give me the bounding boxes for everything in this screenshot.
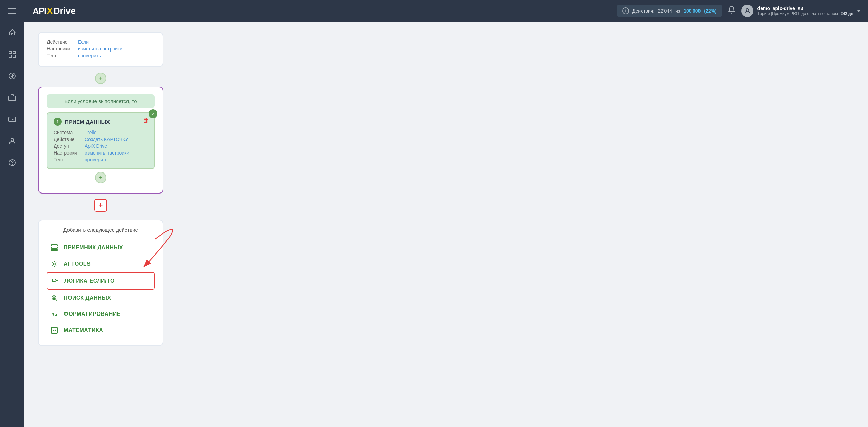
svg-point-17	[52, 296, 56, 300]
content-area: Действие Если Настройки изменить настрой…	[24, 22, 868, 427]
condition-label-action: Действие	[47, 39, 74, 45]
logic-if-icon	[50, 276, 60, 286]
condition-label-settings: Настройки	[47, 46, 74, 52]
condition-row-settings: Настройки изменить настройки	[47, 46, 155, 52]
user-plan-prefix: Тариф |Премиум PRO| до оплаты осталось	[757, 11, 840, 16]
data-row-action: Действие Создать КАРТОЧКУ	[54, 137, 148, 142]
menu-label-math: МАТЕМАТИКА	[64, 327, 103, 333]
add-action-panel: Добавить следующее действие ПРИЕМНИК ДАН…	[38, 220, 163, 346]
actions-label: Действия:	[632, 8, 654, 14]
menu-label-data-receiver: ПРИЕМНИК ДАННЫХ	[64, 245, 123, 251]
data-value-action[interactable]: Создать КАРТОЧКУ	[85, 137, 128, 142]
menu-item-math[interactable]: МАТЕМАТИКА	[47, 322, 155, 339]
inner-connector-button[interactable]: +	[95, 172, 106, 183]
sidebar-item-help[interactable]	[0, 152, 24, 174]
actions-badge[interactable]: i Действия: 22'044 из 100'000 (22%)	[617, 5, 722, 17]
svg-rect-5	[9, 96, 16, 101]
condition-row-action: Действие Если	[47, 39, 155, 45]
chevron-down-icon: ▾	[857, 8, 860, 14]
logo-drive-text: Drive	[54, 6, 76, 16]
svg-rect-13	[51, 247, 57, 248]
svg-point-18	[53, 297, 55, 299]
svg-rect-12	[51, 245, 57, 246]
user-info[interactable]: demo_apix-drive_s3 Тариф |Премиум PRO| д…	[741, 5, 860, 17]
menu-item-search-data[interactable]: ПОИСК ДАННЫХ	[47, 290, 155, 306]
topbar-actions: i Действия: 22'044 из 100'000 (22%)	[617, 5, 860, 17]
connector-add-button[interactable]: +	[95, 73, 106, 84]
data-row-test: Тест проверить	[54, 157, 148, 162]
svg-rect-1	[13, 51, 15, 54]
svg-point-15	[53, 263, 55, 265]
flow-panel: Действие Если Настройки изменить настрой…	[24, 22, 177, 427]
sidebar-item-diagram[interactable]	[0, 43, 24, 65]
menu-label-search-data: ПОИСК ДАННЫХ	[64, 295, 111, 301]
data-value-settings[interactable]: изменить настройки	[85, 150, 129, 156]
user-name: demo_apix-drive_s3	[757, 6, 853, 11]
data-value-test[interactable]: проверить	[85, 157, 108, 162]
data-row-system: Система Trello	[54, 130, 148, 135]
notification-bell-icon[interactable]	[728, 6, 736, 16]
actions-current: 22'044	[658, 8, 672, 14]
logo-x-text: X	[47, 6, 53, 16]
add-action-top-button[interactable]: +	[94, 199, 107, 212]
topbar: API X Drive i Действия: 22'044 из 100'00…	[24, 0, 868, 22]
menu-item-format[interactable]: Aa ФОРМАТИРОВАНИЕ	[47, 306, 155, 322]
math-icon	[50, 326, 59, 335]
data-card-number: 1	[54, 118, 62, 126]
condition-value-action[interactable]: Если	[78, 39, 89, 45]
menu-item-ai-tools[interactable]: AI TOOLS	[47, 256, 155, 272]
data-label-system: Система	[54, 130, 81, 135]
condition-card: Действие Если Настройки изменить настрой…	[38, 32, 163, 67]
svg-point-11	[746, 8, 748, 11]
add-action-wrapper: + Добавить следующее действие	[38, 199, 163, 346]
condition-label-test: Тест	[47, 53, 74, 58]
actions-percent: (22%)	[704, 8, 716, 14]
sidebar-item-youtube[interactable]	[0, 108, 24, 130]
logo-api-text: API	[33, 6, 46, 16]
data-label-test: Тест	[54, 157, 81, 162]
condition-banner: Если условие выполняется, то	[47, 94, 155, 108]
sidebar-item-user[interactable]	[0, 130, 24, 152]
data-receive-card: ✓ 🗑 1 ПРИЕМ ДАННЫХ Система Trello Действ…	[47, 112, 155, 169]
condition-value-settings[interactable]: изменить настройки	[78, 46, 122, 52]
main-area: API X Drive i Действия: 22'044 из 100'00…	[24, 0, 868, 427]
menu-item-logic-if[interactable]: ЛОГИКА ЕСЛИ/ТО	[47, 272, 155, 290]
data-row-settings: Настройки изменить настройки	[54, 150, 148, 156]
data-value-system[interactable]: Trello	[85, 130, 97, 135]
data-label-settings: Настройки	[54, 150, 81, 156]
data-value-access[interactable]: ApiX Drive	[85, 143, 107, 149]
actions-separator: из	[675, 8, 680, 14]
search-data-icon	[50, 293, 59, 303]
delete-icon[interactable]: 🗑	[143, 117, 149, 124]
menu-label-ai-tools: AI TOOLS	[64, 261, 91, 267]
svg-rect-20	[51, 327, 57, 333]
sidebar-hamburger[interactable]	[0, 0, 24, 22]
data-label-access: Доступ	[54, 143, 81, 149]
data-card-title: ПРИЕМ ДАННЫХ	[65, 119, 110, 125]
logo: API X Drive	[33, 6, 76, 16]
add-action-title: Добавить следующее действие	[47, 227, 155, 233]
sidebar-item-dollar[interactable]	[0, 65, 24, 87]
data-receiver-icon	[50, 243, 59, 252]
hamburger-icon	[8, 8, 16, 14]
avatar	[741, 5, 753, 17]
info-icon: i	[622, 7, 629, 14]
checkmark-icon: ✓	[149, 109, 157, 118]
sidebar-item-briefcase[interactable]	[0, 87, 24, 108]
svg-rect-0	[9, 51, 12, 54]
data-card-header: 1 ПРИЕМ ДАННЫХ	[54, 118, 148, 126]
sidebar-item-home[interactable]	[0, 22, 24, 43]
data-row-access: Доступ ApiX Drive	[54, 143, 148, 149]
user-plan-days: 242 дн	[841, 11, 853, 16]
svg-rect-2	[9, 55, 12, 57]
if-block-container: Если условие выполняется, то ✓ 🗑 1 ПРИЕМ…	[38, 87, 163, 194]
svg-point-8	[11, 138, 14, 141]
condition-value-test[interactable]: проверить	[78, 53, 101, 58]
condition-row-test: Тест проверить	[47, 53, 155, 58]
menu-label-format: ФОРМАТИРОВАНИЕ	[64, 311, 121, 317]
menu-item-data-receiver[interactable]: ПРИЕМНИК ДАННЫХ	[47, 240, 155, 256]
data-label-action: Действие	[54, 137, 81, 142]
svg-marker-7	[12, 118, 14, 120]
ai-tools-icon	[50, 259, 59, 269]
actions-total: 100'000	[684, 8, 701, 14]
